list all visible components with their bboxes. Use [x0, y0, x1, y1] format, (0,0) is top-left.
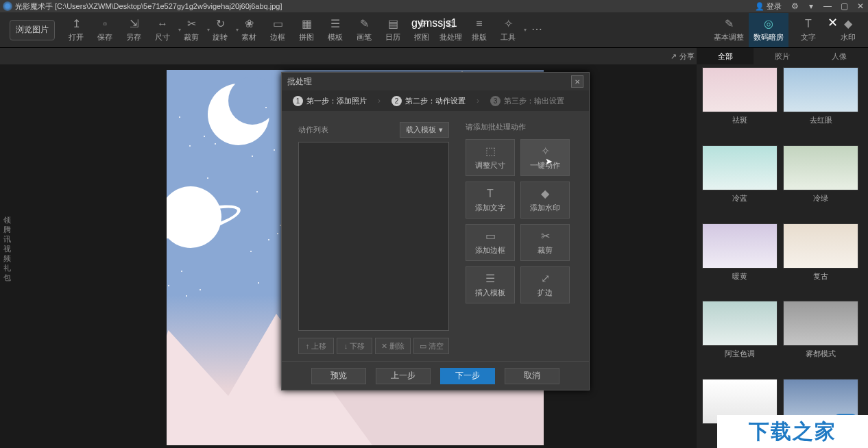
- effect-thumb[interactable]: [702, 223, 777, 269]
- modal-预览[interactable]: 预览: [311, 368, 366, 384]
- tool-日历[interactable]: ▤日历: [378, 13, 407, 47]
- load-template-button[interactable]: 载入模板▾: [400, 122, 449, 138]
- modal-下一步[interactable]: 下一步: [440, 368, 495, 384]
- op-icon: ✧: [541, 145, 550, 158]
- effect-card[interactable]: 暖黄: [702, 223, 777, 296]
- tool-保存[interactable]: ▫保存: [91, 13, 119, 47]
- app-icon: [3, 1, 12, 11]
- effect-thumb[interactable]: [783, 145, 858, 190]
- step-2[interactable]: 2第二步：动作设置: [381, 90, 477, 111]
- tool-工具[interactable]: ✧工具▾: [494, 13, 522, 47]
- tool-画笔[interactable]: ✎画笔: [350, 13, 378, 47]
- app-name: 光影魔术手: [15, 1, 53, 12]
- list-上移[interactable]: ↑上移: [298, 338, 334, 354]
- tool-尺寸[interactable]: ↔尺寸▾: [148, 13, 177, 47]
- ab-icon: ↗: [671, 52, 677, 61]
- maximize-icon[interactable]: ▢: [836, 1, 852, 12]
- effect-thumb[interactable]: [702, 67, 777, 112]
- effect-thumb[interactable]: [783, 301, 858, 346]
- op-扩边[interactable]: ⤢扩边: [520, 266, 570, 303]
- effect-card[interactable]: 雾都模式: [783, 301, 858, 373]
- tool-模板[interactable]: ☰模板: [321, 13, 350, 47]
- op-插入模板[interactable]: ☰插入模板: [466, 266, 515, 303]
- effect-thumb[interactable]: [783, 223, 858, 269]
- effect-card[interactable]: 冷蓝: [702, 145, 777, 218]
- modal-取消[interactable]: 取消: [505, 368, 559, 384]
- ops-title: 请添加批处理动作: [466, 122, 572, 132]
- minimize-icon[interactable]: —: [820, 1, 835, 12]
- window-controls: 👤登录 ⚙ ▾ — ▢ ✕: [751, 1, 868, 12]
- tool-打开[interactable]: ↥打开: [62, 13, 91, 47]
- tool-icon: ↔: [156, 18, 169, 30]
- op-icon: ✂: [541, 229, 550, 242]
- list-删除[interactable]: ✕删除: [375, 338, 411, 354]
- effect-card[interactable]: 复古: [783, 223, 858, 296]
- op-icon: ⤢: [541, 272, 550, 285]
- ab-分享[interactable]: ↗分享: [671, 51, 695, 62]
- op-icon: ◆: [541, 187, 549, 200]
- settings-icon[interactable]: ⚙: [787, 1, 802, 12]
- tool-more[interactable]: ⋯: [522, 13, 551, 47]
- close-icon[interactable]: ✕: [853, 1, 868, 12]
- overlay-close-icon[interactable]: ✕: [828, 15, 838, 30]
- step-3[interactable]: 3第三步：输出设置: [479, 90, 575, 111]
- titlebar: 光影魔术手 [C:\Users\XZWM\Desktop\5e71e527gy1…: [0, 0, 868, 12]
- mode-数码暗房[interactable]: ◎数码暗房: [749, 13, 788, 47]
- modal-close-icon[interactable]: ✕: [571, 75, 583, 88]
- rp-tab-人像[interactable]: 人像: [811, 48, 868, 64]
- effect-card[interactable]: 去红眼: [783, 67, 858, 140]
- effect-thumb[interactable]: [702, 145, 777, 190]
- op-icon: ▭: [485, 229, 496, 242]
- overlay-text: gymssjs1: [411, 17, 457, 29]
- tool-拼图[interactable]: ▦拼图: [292, 13, 321, 47]
- rp-tab-胶片[interactable]: 胶片: [754, 48, 810, 64]
- user-icon: 👤: [755, 2, 764, 11]
- browse-images-button[interactable]: 浏览图片: [10, 20, 55, 40]
- tool-icon: ▫: [99, 18, 111, 30]
- mode-文字[interactable]: T文字: [788, 13, 828, 47]
- tool-icon: ≡: [473, 18, 485, 30]
- tool-icon: ▤: [387, 18, 399, 30]
- watermark-logo: 下载之家: [717, 415, 868, 448]
- op-添加水印[interactable]: ◆添加水印: [520, 182, 570, 219]
- tool-icon: ❀: [243, 18, 255, 30]
- effect-card[interactable]: 祛斑: [702, 67, 777, 140]
- promo-sidebar[interactable]: 领腾讯视频礼包: [0, 64, 14, 448]
- op-一键动作[interactable]: ✧一键动作: [520, 139, 570, 176]
- rp-tab-全部[interactable]: 全部: [697, 48, 754, 64]
- dropdown-icon[interactable]: ▾: [804, 1, 819, 12]
- tool-另存[interactable]: ⇲另存: [119, 13, 148, 47]
- login-button[interactable]: 👤登录: [751, 1, 786, 12]
- op-裁剪[interactable]: ✂裁剪: [520, 224, 570, 261]
- effect-card[interactable]: 阿宝色调: [702, 301, 777, 373]
- mode-icon: ✎: [723, 18, 735, 30]
- op-添加边框[interactable]: ▭添加边框: [466, 224, 515, 261]
- effect-thumb[interactable]: [783, 67, 858, 112]
- tool-icon: ↥: [70, 18, 82, 30]
- op-icon: ☰: [485, 272, 495, 285]
- step-1[interactable]: 1第一步：添加照片: [282, 90, 378, 111]
- modal-上一步[interactable]: 上一步: [376, 368, 431, 384]
- modal-titlebar[interactable]: 批处理 ✕: [282, 73, 589, 90]
- tool-旋转[interactable]: ↻旋转▾: [206, 13, 234, 47]
- tool-边框[interactable]: ▭边框: [263, 13, 292, 47]
- action-list[interactable]: [298, 142, 449, 331]
- tool-icon: ⋯: [531, 23, 543, 35]
- tool-icon: ☰: [329, 18, 341, 30]
- tool-icon: ▭: [272, 18, 284, 30]
- list-清空[interactable]: ▭清空: [413, 338, 449, 354]
- tool-素材[interactable]: ❀素材: [234, 13, 263, 47]
- effect-card[interactable]: 冷绿: [783, 145, 858, 218]
- list-下移[interactable]: ↓下移: [337, 338, 372, 354]
- tool-排版[interactable]: ≡排版: [465, 13, 494, 47]
- tool-icon: ✧: [502, 18, 514, 30]
- op-添加文字[interactable]: T添加文字: [466, 182, 515, 219]
- mode-icon: T: [802, 18, 815, 30]
- op-调整尺寸[interactable]: ⬚调整尺寸: [466, 139, 515, 176]
- tool-裁剪[interactable]: ✂裁剪▾: [177, 13, 206, 47]
- mode-基本调整[interactable]: ✎基本调整: [709, 13, 749, 47]
- op-icon: T: [487, 188, 494, 200]
- mode-icon: ◎: [762, 18, 775, 30]
- effect-thumb[interactable]: [702, 301, 777, 346]
- op-icon: ⬚: [485, 145, 496, 158]
